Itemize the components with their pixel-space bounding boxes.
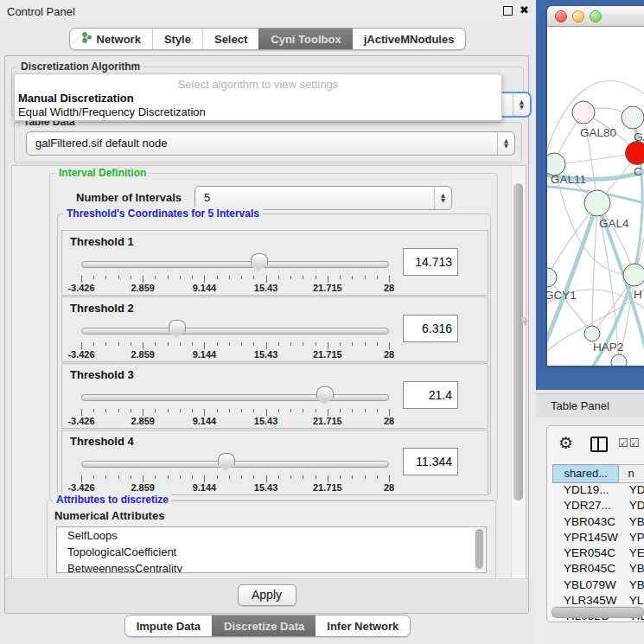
threshold-slider[interactable] [81,386,389,407]
tab-label: jActiveMNodules [364,33,455,46]
list-item[interactable]: BetweennessCentrality [57,560,486,573]
tick-mark [180,276,181,279]
slider-knob[interactable] [218,453,235,465]
tab-top-cyni-toolbox[interactable]: Cyni Toolbox [258,29,352,49]
attributes-group: Attributes to discretize Numerical Attri… [47,500,496,580]
checkbox-icons[interactable]: ☑☑ [618,437,640,450]
threshold-value-field[interactable]: 11.344 [403,448,458,475]
interval-definition-label: Interval Definition [55,167,150,179]
tick-mark [105,409,106,412]
node-label: HAP2 [593,341,623,354]
table-row[interactable]: YBR043CYBR0 [552,515,644,531]
tick-mark [290,276,291,279]
scrollbar-thumb[interactable] [552,607,644,618]
table-row[interactable]: YBR045CYBR0 [552,562,644,577]
thresholds-group-label: Threshold's Coordinates for 5 Intervals [63,207,263,220]
threshold-label: Threshold 2 [70,302,134,315]
network-node[interactable] [623,264,644,286]
network-node[interactable] [547,268,557,287]
tab-top-jactivemnodules[interactable]: jActiveMNodules [353,29,466,49]
network-canvas[interactable]: GAL80GACGAL11GAL4GCY1HHAP2 [547,27,644,366]
tab-top-network[interactable]: Network [70,29,152,49]
threshold-value-field[interactable]: 21.4 [403,381,458,409]
slider-ticks [81,475,389,482]
network-node[interactable] [572,101,595,124]
tick-mark [131,276,131,279]
tick-mark [389,342,390,349]
threshold-slider[interactable] [81,453,389,474]
gear-icon[interactable]: ⚙ [558,433,573,452]
threshold-slider[interactable] [81,253,389,274]
tick-mark [192,276,193,279]
axis-label: 9.144 [193,416,217,426]
network-node[interactable] [584,326,600,341]
slider-axis-labels: -3.4262.8599.14415.4321.71528 [81,482,389,493]
tick-mark [377,276,378,279]
tab-top-select[interactable]: Select [202,29,258,49]
traffic-light-yellow[interactable] [572,10,584,22]
table-row[interactable]: YER054CYER0 [552,546,644,562]
algorithm-hint-option: Select algorithm to view settings [15,78,501,91]
cell-name: YDL1 [620,483,644,499]
threshold-value-field[interactable]: 14.713 [403,248,458,276]
list-item[interactable]: SelfLoops [57,527,486,544]
mouse-cursor [520,315,528,325]
attributes-scrollbar[interactable] [475,528,485,571]
tick-mark [229,475,230,479]
network-node[interactable] [584,190,610,216]
scrollbar-thumb[interactable] [475,529,483,569]
threshold-value-field[interactable]: 6.316 [403,315,458,342]
slider-knob[interactable] [316,386,334,399]
columns-icon[interactable] [590,437,608,452]
network-node[interactable] [626,142,644,165]
scrollbar-thumb[interactable] [513,183,523,501]
slider-knob[interactable] [169,320,186,332]
network-node[interactable] [622,106,644,129]
number-of-intervals-combobox[interactable]: 5 ▲▼ [194,186,452,210]
network-window-titlebar[interactable] [547,6,644,27]
algorithm-option-manual[interactable]: Manual Discretization [18,92,134,105]
tick-mark [365,409,366,412]
traffic-light-green[interactable] [590,10,602,22]
top-tab-segments: NetworkStyleSelectCyni ToolboxjActiveMNo… [69,28,467,50]
network-node[interactable] [611,354,627,366]
top-tab-bar: NetworkStyleSelectCyni ToolboxjActiveMNo… [0,28,535,50]
tab-bottom-impute-data[interactable]: Impute Data [125,615,212,636]
float-window-icon[interactable] [503,6,513,16]
tick-mark [316,409,316,412]
slider-track[interactable] [81,328,389,335]
panel-scrollbar[interactable] [511,166,526,579]
apply-button[interactable]: Apply [238,584,296,606]
node-label: C [634,165,642,178]
table-row[interactable]: YPR145WYPR1 [552,531,644,546]
cell-name: YER0 [620,546,644,562]
close-icon[interactable]: ✖ [520,3,529,16]
table-data-combobox[interactable]: galFiltered.sif default node ▲▼ [26,131,515,156]
column-header-name[interactable]: n [619,464,644,483]
slider-track[interactable] [81,261,389,268]
list-item[interactable]: TopologicalCoefficient [57,544,486,560]
slider-knob[interactable] [251,253,268,265]
table-row[interactable]: YDR27...YDR2 [552,499,644,514]
axis-label: 28 [384,349,394,360]
tab-bottom-infer-network[interactable]: Infer Network [316,615,410,636]
table-row[interactable]: YBL079WYBL0 [552,578,644,594]
tick-mark [266,475,267,482]
slider-track[interactable] [81,394,389,401]
attributes-group-label: Attributes to discretize [53,494,172,506]
cell-name: YBL0 [620,578,644,594]
table-row[interactable]: YDL19...YDL1 [552,483,644,499]
tick-mark [352,342,353,346]
threshold-slider[interactable] [81,320,389,341]
algorithm-option-equal-width[interactable]: Equal Width/Frequency Discretization [18,105,206,118]
tick-mark [155,276,156,279]
table-hscrollbar[interactable] [551,606,644,617]
network-edge [592,203,597,334]
tick-mark [340,409,341,412]
tab-top-style[interactable]: Style [152,29,202,49]
node-label: H [634,288,642,301]
column-header-shared[interactable]: shared... [552,464,619,483]
numerical-attributes-list[interactable]: SelfLoopsTopologicalCoefficientBetweenne… [56,526,487,573]
tab-bottom-discretize-data[interactable]: Discretize Data [212,615,316,636]
traffic-light-red[interactable] [555,10,567,22]
